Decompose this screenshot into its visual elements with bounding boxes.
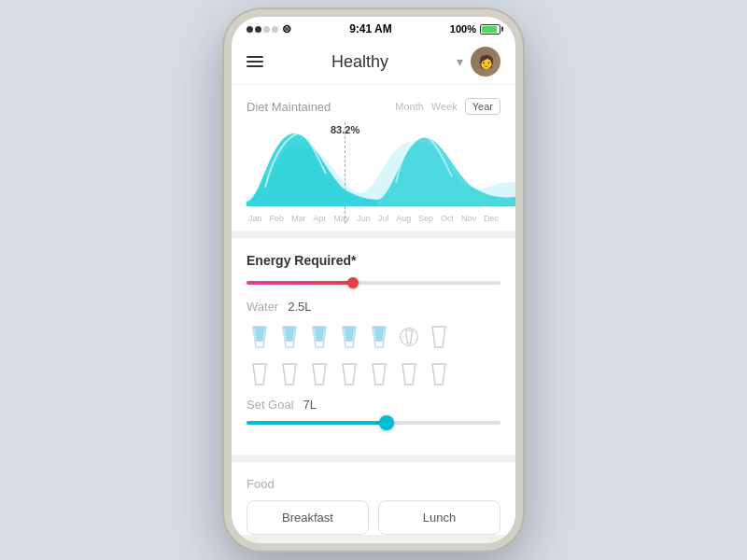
cup-11[interactable] (336, 360, 362, 386)
chart-title: Diet Maintained (247, 100, 331, 114)
chart-marker-line (345, 122, 345, 223)
cups-grid-top (247, 323, 500, 349)
month-apr: Apr (313, 214, 326, 223)
svg-marker-12 (432, 327, 445, 347)
goal-row: Set Goal 7L (247, 398, 500, 412)
status-right: 100% (450, 23, 500, 35)
energy-slider-track[interactable] (247, 281, 500, 285)
cup-6-special[interactable] (396, 323, 422, 349)
status-left: ⊜ (247, 22, 291, 35)
goal-slider-thumb[interactable] (379, 415, 394, 430)
svg-marker-7 (344, 327, 355, 342)
battery-fill (482, 26, 497, 33)
scroll-content[interactable]: Diet Maintained Month Week Year 83.2% (232, 85, 515, 543)
month-jul: Jul (378, 214, 389, 223)
food-buttons: Breakfast Lunch (247, 500, 500, 535)
svg-marker-3 (284, 327, 295, 342)
user-avatar[interactable]: 🧑 (471, 47, 500, 77)
wifi-icon: ⊜ (282, 22, 291, 35)
month-aug: Aug (396, 214, 411, 223)
status-bar: ⊜ 9:41 AM 100% (232, 17, 515, 39)
water-row: Water 2.5L (247, 300, 500, 314)
month-nov: Nov (461, 214, 476, 223)
status-time: 9:41 AM (349, 22, 392, 35)
month-jan: Jan (248, 214, 262, 223)
app-title: Healthy (331, 52, 388, 72)
diet-chart-section: Diet Maintained Month Week Year 83.2% (232, 85, 515, 231)
month-mar: Mar (291, 214, 306, 223)
goal-slider-track[interactable] (247, 421, 500, 425)
cup-10[interactable] (306, 360, 332, 386)
chart-header: Diet Maintained Month Week Year (247, 98, 500, 115)
svg-marker-18 (402, 364, 416, 385)
diet-chart-svg (247, 122, 515, 206)
cup-4[interactable] (336, 323, 362, 349)
month-jun: Jun (357, 214, 371, 223)
avatar-icon: 🧑 (478, 54, 494, 69)
cup-3[interactable] (306, 323, 332, 349)
svg-marker-11 (406, 330, 413, 343)
cup-1[interactable] (247, 323, 273, 349)
hamburger-line-3 (247, 65, 263, 67)
phone-frame: ⊜ 9:41 AM 100% Healthy ▾ 🧑 Diet (224, 9, 523, 551)
cup-12[interactable] (366, 360, 392, 386)
hamburger-menu[interactable] (247, 56, 263, 67)
hamburger-line-2 (247, 61, 263, 63)
tab-month[interactable]: Month (395, 101, 424, 112)
breakfast-button[interactable]: Breakfast (247, 500, 369, 535)
signal-dot-1 (247, 26, 253, 33)
svg-marker-17 (373, 364, 386, 385)
chart-container: 83.2% Jan Feb Mar (247, 122, 500, 223)
cup-13[interactable] (396, 360, 422, 386)
month-feb: Feb (269, 214, 284, 223)
month-sep: Sep (418, 214, 433, 223)
cup-2[interactable] (276, 323, 303, 349)
lunch-button[interactable]: Lunch (378, 500, 500, 535)
signal-dot-3 (263, 26, 270, 33)
chart-months: Jan Feb Mar Apr May Jun Jul Aug Sep Oct … (247, 210, 500, 223)
cups-grid-bottom (247, 360, 500, 386)
energy-slider-thumb[interactable] (347, 277, 359, 288)
energy-title: Energy Required* (247, 253, 500, 268)
goal-slider-fill (247, 421, 387, 425)
signal-dot-4 (272, 26, 278, 33)
cup-7[interactable] (426, 323, 452, 349)
cup-14[interactable] (426, 360, 452, 386)
nav-right: ▾ 🧑 (457, 47, 500, 77)
nav-bar: Healthy ▾ 🧑 (232, 39, 515, 85)
battery-percent: 100% (450, 23, 476, 35)
goal-label: Set Goal (247, 398, 294, 412)
chevron-down-icon[interactable]: ▾ (457, 54, 463, 69)
month-may: May (333, 214, 349, 223)
svg-marker-15 (313, 364, 326, 385)
svg-marker-5 (314, 327, 325, 342)
water-label: Water (247, 300, 278, 314)
signal-dots (247, 26, 278, 33)
svg-marker-1 (254, 327, 265, 342)
cup-5[interactable] (366, 323, 392, 349)
tab-year[interactable]: Year (465, 98, 500, 115)
svg-marker-9 (374, 327, 385, 342)
tab-week[interactable]: Week (431, 101, 458, 112)
hamburger-line-1 (247, 56, 263, 58)
svg-marker-19 (432, 364, 445, 385)
month-dec: Dec (484, 214, 499, 223)
goal-value: 7L (303, 398, 317, 412)
cup-9[interactable] (276, 360, 303, 386)
water-value: 2.5L (288, 300, 311, 314)
svg-marker-16 (343, 364, 356, 385)
food-section: Food Breakfast Lunch (232, 462, 515, 535)
chart-tabs: Month Week Year (395, 98, 500, 115)
energy-section: Energy Required* Water 2.5L (232, 238, 515, 455)
cup-8[interactable] (247, 360, 273, 386)
month-oct: Oct (441, 214, 454, 223)
signal-dot-2 (255, 26, 261, 33)
battery-icon (480, 24, 500, 35)
energy-slider-fill (247, 281, 353, 285)
food-title: Food (247, 477, 500, 491)
svg-marker-13 (253, 364, 266, 385)
svg-marker-14 (283, 364, 296, 385)
